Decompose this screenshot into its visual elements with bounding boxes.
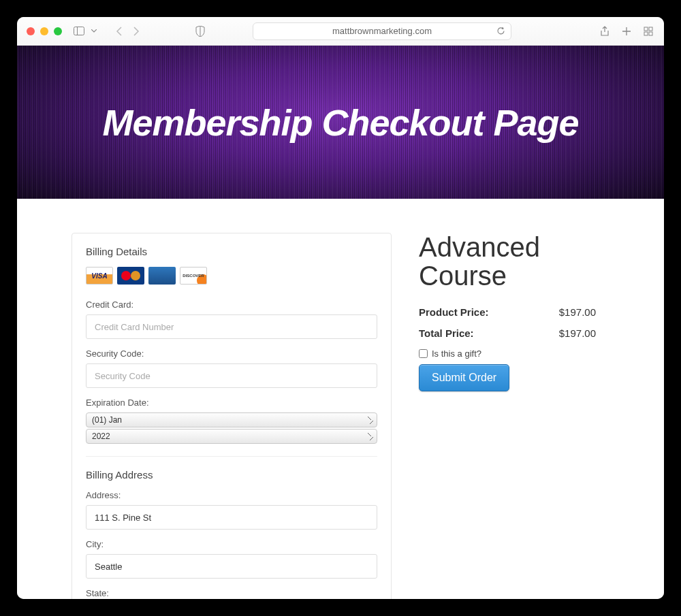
- gift-label: Is this a gift?: [432, 348, 481, 359]
- product-price-label: Product Price:: [419, 306, 489, 318]
- browser-window: mattbrownmarketing.com Membership Checko…: [17, 17, 664, 599]
- chevron-down-icon[interactable]: [91, 25, 97, 37]
- address-bar[interactable]: mattbrownmarketing.com: [253, 22, 511, 40]
- minimize-window-button[interactable]: [40, 27, 48, 35]
- maximize-window-button[interactable]: [54, 27, 62, 35]
- tab-overview-icon[interactable]: [642, 25, 654, 37]
- traffic-lights: [27, 27, 62, 35]
- exp-month-select[interactable]: (01) Jan: [86, 412, 377, 427]
- share-icon[interactable]: [599, 25, 611, 37]
- total-price-row: Total Price: $197.00: [419, 327, 596, 339]
- security-code-label: Security Code:: [86, 348, 377, 359]
- svg-rect-5: [649, 32, 652, 35]
- svg-rect-3: [649, 27, 652, 31]
- amex-icon: [148, 267, 176, 285]
- url-text: mattbrownmarketing.com: [332, 26, 432, 36]
- state-label: State:: [86, 588, 377, 598]
- visa-icon: VISA: [86, 267, 113, 285]
- shield-icon[interactable]: [194, 25, 206, 37]
- gift-option[interactable]: Is this a gift?: [419, 348, 596, 359]
- sidebar-toggle-icon[interactable]: [73, 25, 85, 37]
- forward-button[interactable]: [130, 25, 142, 37]
- product-price-row: Product Price: $197.00: [419, 306, 596, 318]
- billing-address-header: Billing Address: [86, 469, 377, 481]
- total-price-value: $197.00: [559, 327, 596, 339]
- order-summary: Advanced Course Product Price: $197.00 T…: [419, 233, 596, 599]
- expiration-label: Expiration Date:: [86, 398, 377, 408]
- mastercard-icon: [117, 267, 144, 285]
- product-price-value: $197.00: [559, 306, 596, 318]
- checkout-content: Billing Details VISA DISCOVER Credit Car…: [17, 199, 664, 599]
- new-tab-icon[interactable]: [620, 25, 633, 37]
- credit-card-input[interactable]: [86, 314, 377, 339]
- billing-panel: Billing Details VISA DISCOVER Credit Car…: [72, 233, 392, 599]
- browser-chrome: mattbrownmarketing.com: [17, 17, 664, 46]
- page-title: Membership Checkout Page: [102, 101, 578, 144]
- svg-rect-2: [644, 27, 648, 31]
- discover-icon: DISCOVER: [180, 267, 207, 285]
- submit-order-button[interactable]: Submit Order: [419, 364, 509, 391]
- svg-rect-4: [644, 32, 648, 35]
- billing-details-header: Billing Details: [86, 246, 377, 257]
- gift-checkbox[interactable]: [419, 349, 428, 358]
- accepted-cards: VISA DISCOVER: [86, 267, 377, 285]
- credit-card-label: Credit Card:: [86, 299, 377, 310]
- total-price-label: Total Price:: [419, 327, 474, 339]
- close-window-button[interactable]: [27, 27, 35, 35]
- exp-year-select[interactable]: 2022: [86, 429, 377, 444]
- city-input[interactable]: [86, 554, 377, 579]
- security-code-input[interactable]: [86, 363, 377, 388]
- reload-icon[interactable]: [494, 25, 507, 37]
- address-label: Address:: [86, 490, 377, 500]
- hero-banner: Membership Checkout Page: [17, 46, 664, 199]
- product-name: Advanced Course: [419, 233, 596, 290]
- section-divider: [86, 456, 377, 457]
- svg-rect-0: [74, 27, 84, 35]
- city-label: City:: [86, 539, 377, 549]
- back-button[interactable]: [112, 25, 125, 37]
- address-input[interactable]: [86, 505, 377, 530]
